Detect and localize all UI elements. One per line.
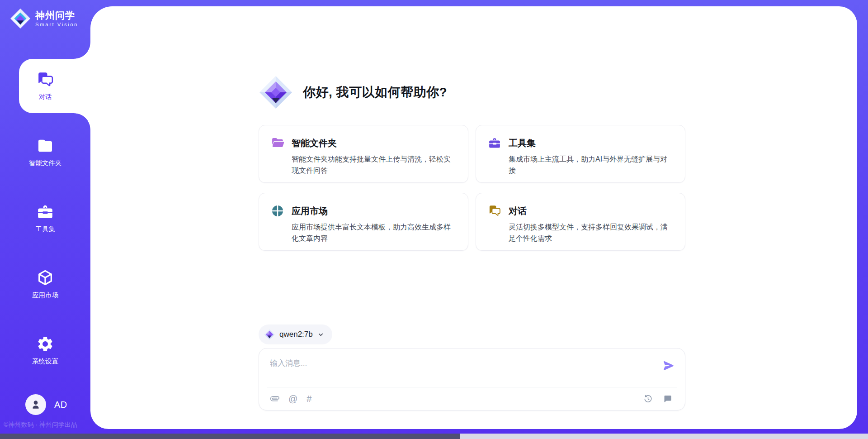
main-content: 你好, 我可以如何帮助你? 智能文件夹 智能文件夹功能支持批量文件上传与清洗，轻… xyxy=(90,6,857,429)
card-title: 工具集 xyxy=(509,137,536,149)
briefcase-icon xyxy=(488,136,501,150)
sidebar-item-label: 智能文件夹 xyxy=(29,159,62,167)
sidebar-item-label: 应用市场 xyxy=(32,291,58,300)
brand: 神州问学 Smart Vision xyxy=(10,8,78,29)
card-smart-folder[interactable]: 智能文件夹 智能文件夹功能支持批量文件上传与清洗，轻松实现文件问答 xyxy=(259,125,468,183)
send-icon xyxy=(662,359,675,372)
greeting: 你好, 我可以如何帮助你? xyxy=(259,75,447,110)
sidebar-item-app-market[interactable]: 应用市场 xyxy=(0,257,90,311)
folder-icon xyxy=(36,137,54,155)
sidebar-footer-text: ©神州数码 · 神州问学出品 xyxy=(4,421,88,429)
diamond-logo-icon xyxy=(264,329,275,340)
person-icon xyxy=(30,399,42,410)
card-description: 智能文件夹功能支持批量文件上传与清洗，轻松实现文件问答 xyxy=(292,154,457,177)
card-app-market[interactable]: 应用市场 应用市场提供丰富长文本模板，助力高效生成多样化文章内容 xyxy=(259,193,468,251)
folder-open-icon xyxy=(271,136,284,150)
chat-icon xyxy=(36,71,54,89)
card-title: 应用市场 xyxy=(292,205,328,217)
scrollbar-thumb[interactable] xyxy=(0,434,460,439)
feature-cards: 智能文件夹 智能文件夹功能支持批量文件上传与清洗，轻松实现文件问答 工具集 集成… xyxy=(259,125,685,251)
card-chat[interactable]: 对话 灵活切换多模型文件，支持多样回复效果调试，满足个性化需求 xyxy=(476,193,685,251)
message-input[interactable] xyxy=(270,356,659,371)
composer-actions xyxy=(643,394,672,404)
model-name: qwen2:7b xyxy=(279,330,313,339)
sidebar-item-settings[interactable]: 系统设置 xyxy=(0,323,90,377)
card-title: 智能文件夹 xyxy=(292,137,337,149)
sidebar-item-label: 对话 xyxy=(39,93,52,101)
history-icon[interactable] xyxy=(643,394,653,404)
gear-icon xyxy=(36,335,54,353)
card-title: 对话 xyxy=(509,205,527,217)
brand-logo-icon xyxy=(10,8,31,29)
card-description: 集成市场上主流工具，助力AI与外界无缝扩展与对接 xyxy=(509,154,674,177)
sidebar-item-smart-folder[interactable]: 智能文件夹 xyxy=(0,125,90,179)
active-tab-background xyxy=(19,59,90,113)
brand-name: 神州问学 xyxy=(35,10,78,20)
avatar[interactable] xyxy=(25,394,46,415)
toolbox-icon xyxy=(36,203,54,221)
message-composer: @ # xyxy=(259,348,685,410)
feedback-bubble-icon[interactable] xyxy=(663,394,672,404)
send-button[interactable] xyxy=(662,359,675,372)
card-description: 灵活切换多模型文件，支持多样回复效果调试，满足个性化需求 xyxy=(509,222,674,244)
assistant-logo-icon xyxy=(259,75,293,110)
app-grid-icon xyxy=(271,204,284,218)
sidebar-item-toolset[interactable]: 工具集 xyxy=(0,191,90,245)
composer-tools: @ # xyxy=(270,394,311,403)
sidebar-item-label: 系统设置 xyxy=(32,357,58,366)
horizontal-scrollbar[interactable] xyxy=(0,434,868,439)
sidebar-nav: 对话 智能文件夹 工具集 xyxy=(0,59,90,389)
sidebar-item-label: 工具集 xyxy=(35,225,55,234)
brand-tagline: Smart Vision xyxy=(35,22,78,28)
tab-curve-top xyxy=(74,43,90,59)
user-initials: AD xyxy=(54,400,67,410)
chevron-down-icon xyxy=(317,331,324,338)
hashtag-icon[interactable]: # xyxy=(307,394,311,403)
mention-icon[interactable]: @ xyxy=(288,394,297,403)
paperclip-icon[interactable] xyxy=(270,394,279,403)
card-description: 应用市场提供丰富长文本模板，助力高效生成多样化文章内容 xyxy=(292,222,457,244)
chat-icon xyxy=(488,204,501,218)
card-toolset[interactable]: 工具集 集成市场上主流工具，助力AI与外界无缝扩展与对接 xyxy=(476,125,685,183)
composer-divider xyxy=(267,387,677,387)
model-selector[interactable]: qwen2:7b xyxy=(259,324,332,344)
sidebar: 神州问学 Smart Vision 对话 智能文件夹 xyxy=(0,0,90,439)
user-profile[interactable]: AD xyxy=(25,394,67,415)
cube-icon xyxy=(36,269,54,287)
sidebar-item-chat[interactable]: 对话 xyxy=(0,59,90,113)
app: { "brand": { "name": "神州问学", "tagline": … xyxy=(0,0,868,439)
greeting-title: 你好, 我可以如何帮助你? xyxy=(303,84,447,101)
